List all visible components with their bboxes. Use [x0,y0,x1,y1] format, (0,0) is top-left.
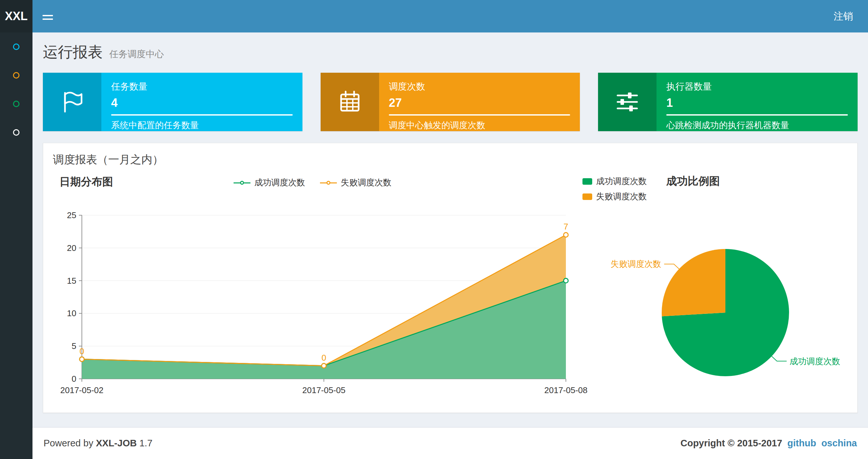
pie-chart-section: 成功调度次数 失败调度次数 成功比例图 成功调度次数失败调度次数 [581,174,850,403]
sidebar-item-jobs[interactable] [0,61,32,90]
legend-swatch [583,194,592,200]
line-chart-legend: 成功调度次数 失败调度次数 [51,177,574,188]
info-box-content: 执行器数量 1 心跳检测成功的执行器机器数量 [656,73,858,131]
oschina-link[interactable]: oschina [821,438,857,449]
legend-item-fail[interactable]: 失败调度次数 [583,191,647,202]
pie-chart-title: 成功比例图 [666,175,720,187]
pie-chart-header: 成功调度次数 失败调度次数 成功比例图 [581,174,850,201]
svg-text:2017-05-05: 2017-05-05 [303,385,346,395]
copyright: Copyright © 2015-2017 github oschina [681,438,857,449]
info-box-value: 27 [389,96,570,110]
panel-title: 调度报表（一月之内） [43,143,857,172]
legend-label: 成功调度次数 [596,175,647,187]
svg-text:2017-05-02: 2017-05-02 [60,385,104,395]
svg-text:0: 0 [80,347,84,356]
sliders-icon [614,89,640,115]
date-distribution-chart: 05101520252017-05-022017-05-052017-05-08… [51,197,574,398]
info-box-icon-area [43,73,101,131]
legend-item-fail[interactable]: 失败调度次数 [320,177,392,188]
info-box-triggers: 调度次数 27 调度中心触发的调度次数 [321,73,580,131]
sidebar-item-dashboard[interactable] [0,32,32,61]
info-box-progress [389,114,570,116]
svg-text:20: 20 [67,243,76,253]
app-version: 1.7 [140,438,152,448]
info-box-value: 4 [111,96,293,110]
sidebar-item-logs[interactable] [0,90,32,118]
github-link[interactable]: github [787,438,816,449]
copyright-text: Copyright © 2015-2017 [681,438,782,449]
info-box-progress [111,114,293,116]
info-box-label: 执行器数量 [666,80,848,93]
app-name: XXL-JOB [96,438,137,448]
svg-text:5: 5 [72,341,76,351]
legend-item-success[interactable]: 成功调度次数 [234,177,305,188]
panel-body: 日期分布图 成功调度次数 [43,172,857,403]
top-navbar: XXL 注销 [0,0,868,32]
svg-text:25: 25 [67,210,76,220]
sidebar [0,32,32,459]
powered-by: Powered by XXL-JOB 1.7 [43,438,152,449]
report-panel: 调度报表（一月之内） 日期分布图 成功调度次数 [43,143,858,413]
logout-button[interactable]: 注销 [818,0,868,32]
svg-text:15: 15 [67,276,76,286]
date-chart-header: 日期分布图 成功调度次数 [51,174,574,197]
pie-chart-legend: 成功调度次数 失败调度次数 [581,175,647,202]
svg-text:失败调度次数: 失败调度次数 [610,259,661,269]
info-box-description: 系统中配置的任务数量 [111,120,293,131]
legend-swatch [583,178,592,185]
page-title: 运行报表 [43,43,103,60]
line-dot-marker [320,180,337,186]
calendar-icon [337,89,363,115]
svg-text:7: 7 [564,222,568,231]
main-content: 运行报表 任务调度中心 任务数量 4 系统中配置的任务数量 [32,32,868,459]
svg-text:0: 0 [72,374,76,384]
info-box-row: 任务数量 4 系统中配置的任务数量 调度次数 27 调度中心触发的调度次数 [32,64,868,131]
page-subtitle: 任务调度中心 [109,49,164,59]
svg-text:0: 0 [321,353,326,363]
page-header: 运行报表 任务调度中心 [32,32,868,64]
flag-icon [59,89,85,115]
date-chart-section: 日期分布图 成功调度次数 [51,174,574,403]
info-box-icon-area [598,73,656,131]
svg-text:10: 10 [67,308,76,318]
info-box-icon-area [321,73,379,131]
info-box-value: 1 [666,96,848,110]
sidebar-toggle-button[interactable] [32,0,63,32]
footer: Powered by XXL-JOB 1.7 Copyright © 2015-… [32,427,868,459]
info-box-label: 任务数量 [111,80,293,93]
circle-icon [13,72,20,78]
info-box-content: 任务数量 4 系统中配置的任务数量 [101,73,303,131]
circle-icon [13,101,20,107]
line-dot-marker [234,180,250,186]
info-box-jobs: 任务数量 4 系统中配置的任务数量 [43,73,303,131]
legend-label: 失败调度次数 [596,191,647,202]
info-box-executors: 执行器数量 1 心跳检测成功的执行器机器数量 [598,73,858,131]
legend-item-success[interactable]: 成功调度次数 [583,175,647,187]
sidebar-item-executors[interactable] [0,118,32,147]
info-box-description: 调度中心触发的调度次数 [389,120,570,131]
info-box-progress [666,114,848,116]
info-box-content: 调度次数 27 调度中心触发的调度次数 [379,73,580,131]
legend-label: 成功调度次数 [254,177,305,188]
circle-icon [13,43,20,50]
svg-text:成功调度次数: 成功调度次数 [790,356,840,366]
legend-label: 失败调度次数 [341,177,392,188]
info-box-description: 心跳检测成功的执行器机器数量 [666,120,848,131]
circle-icon [13,129,20,136]
info-box-label: 调度次数 [389,80,570,93]
app-logo[interactable]: XXL [0,0,32,32]
success-ratio-chart: 成功调度次数失败调度次数 [581,201,850,402]
